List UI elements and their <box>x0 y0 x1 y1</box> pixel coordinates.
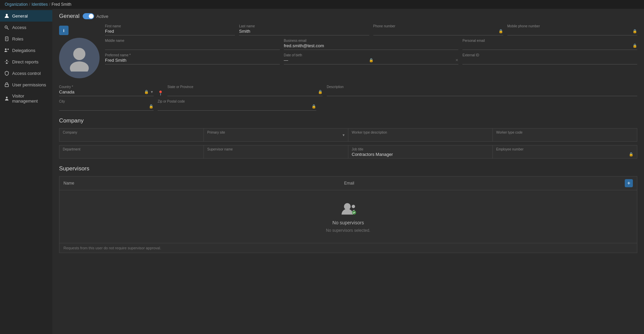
employee-number-label: Employee number <box>496 147 634 151</box>
preferred-name-input[interactable] <box>105 58 280 63</box>
sidebar-item-direct-reports[interactable]: Direct reports <box>0 56 52 67</box>
dob-clear-icon[interactable]: ✕ <box>455 58 458 62</box>
company-row-2: Department Supervisor name Job title Emp… <box>59 145 637 159</box>
sidebar-item-roles[interactable]: Roles <box>0 33 52 45</box>
worker-type-code-label: Worker type code <box>496 131 634 134</box>
supervisor-name-label: Supervisor name <box>207 147 345 151</box>
active-toggle[interactable] <box>83 13 94 19</box>
dob-label: Date of birth <box>284 53 459 57</box>
state-input[interactable] <box>167 89 318 94</box>
personal-email-label: Personal email <box>462 39 637 43</box>
middle-name-field: Middle name <box>105 39 280 50</box>
sidebar-label-roles: Roles <box>12 36 23 41</box>
city-input[interactable] <box>59 104 149 109</box>
sidebar: General Access Roles <box>0 9 52 334</box>
no-supervisors-title: No supervisors <box>332 220 364 225</box>
breadcrumb-identities[interactable]: Identities <box>31 2 48 7</box>
worker-type-desc-field: Worker type description <box>348 128 492 142</box>
city-lock-icon: 🔒 <box>149 104 154 109</box>
external-id-label: External ID <box>462 53 637 57</box>
svg-point-0 <box>6 14 8 16</box>
breadcrumb-current: Fred Smith <box>52 2 72 7</box>
fields-row-1: First name Last name Phone number <box>105 24 637 35</box>
fields-row-2: Middle name Business email Personal emai… <box>105 39 637 50</box>
mobile-lock-icon: 🔒 <box>633 29 637 33</box>
active-label: Active <box>96 14 108 19</box>
country-lock-icon: 🔒 <box>144 90 149 94</box>
department-input[interactable] <box>63 152 200 157</box>
supervisor-name-field: Supervisor name <box>204 145 348 159</box>
zip-input[interactable] <box>158 104 312 109</box>
general-title: General <box>59 13 79 20</box>
zip-label: Zip or Postal code <box>158 100 316 103</box>
svg-rect-2 <box>5 37 8 41</box>
sidebar-item-access[interactable]: Access <box>0 22 52 33</box>
personal-email-input[interactable] <box>462 43 633 48</box>
delegate-icon <box>4 48 9 53</box>
supervisor-name-input[interactable] <box>207 152 345 157</box>
breadcrumb-org[interactable]: Organization <box>5 2 28 7</box>
worker-type-desc-input[interactable] <box>352 135 489 140</box>
zip-lock-icon: 🔒 <box>312 104 316 109</box>
middle-name-input[interactable] <box>105 43 280 48</box>
last-name-input[interactable] <box>239 29 369 34</box>
sidebar-item-access-control[interactable]: Access control <box>0 67 52 79</box>
business-email-label: Business email <box>284 39 459 43</box>
dob-lock-icon: 🔒 <box>369 58 374 62</box>
employee-number-lock-icon: 🔒 <box>629 152 634 157</box>
last-name-label: Last name <box>239 24 369 28</box>
sidebar-item-visitor-management[interactable]: Visitor management <box>0 90 52 107</box>
description-input[interactable] <box>327 89 637 94</box>
department-field: Department <box>59 145 204 159</box>
info-button[interactable]: i <box>59 26 69 35</box>
primary-site-input[interactable] <box>207 135 345 140</box>
first-name-label: First name <box>105 24 235 28</box>
sidebar-item-general[interactable]: General <box>0 10 52 22</box>
fields-grid: First name Last name Phone number <box>105 24 637 78</box>
city-zip-row: City 🔒 Zip or Postal code 🔒 <box>59 100 637 111</box>
personal-email-field: Personal email 🔒 <box>462 39 637 50</box>
person-icon <box>4 13 9 19</box>
job-title-field: Job title <box>348 145 492 159</box>
external-id-input[interactable] <box>462 58 637 63</box>
key-icon <box>4 25 9 30</box>
shield-icon <box>4 71 9 76</box>
first-name-input[interactable] <box>105 29 235 34</box>
svg-point-7 <box>6 97 8 99</box>
description-spacer <box>320 100 637 111</box>
company-section: Company Company Primary site ▼ Worker ty… <box>59 117 637 159</box>
last-name-field: Last name <box>239 24 369 35</box>
phone-input[interactable] <box>373 29 499 34</box>
state-lock-icon: 🔒 <box>318 90 323 94</box>
mobile-field: Mobile phone number 🔒 <box>507 24 637 35</box>
mobile-input[interactable] <box>507 29 633 34</box>
sidebar-label-delegations: Delegations <box>12 48 35 53</box>
company-name-input[interactable] <box>63 135 200 140</box>
supervisors-table: Name Email + No supervisors No superviso… <box>59 176 637 253</box>
sidebar-item-user-permissions[interactable]: User permissions <box>0 79 52 90</box>
state-label: State or Province <box>167 85 323 89</box>
employee-number-input[interactable] <box>496 152 629 157</box>
business-email-input[interactable] <box>284 43 459 48</box>
main-content: General Active i <box>52 9 644 334</box>
svg-rect-6 <box>5 84 8 87</box>
job-title-input[interactable] <box>352 152 489 157</box>
preferred-name-field: Preferred name * <box>105 53 280 64</box>
employee-number-field: Employee number 🔒 <box>492 145 637 159</box>
country-dropdown-icon[interactable]: ▼ <box>150 90 154 94</box>
zip-field: Zip or Postal code 🔒 <box>158 100 316 111</box>
primary-site-field: Primary site ▼ <box>204 128 348 142</box>
primary-site-dropdown-icon[interactable]: ▼ <box>342 133 345 137</box>
supervisors-section: Supervisors Name Email + N <box>59 165 637 253</box>
department-label: Department <box>63 147 200 151</box>
external-id-field: External ID <box>462 53 637 64</box>
sidebar-item-delegations[interactable]: Delegations <box>0 45 52 56</box>
worker-type-code-input[interactable] <box>496 135 634 140</box>
state-field: State or Province 🔒 <box>167 85 323 96</box>
company-rows: Company Primary site ▼ Worker type descr… <box>59 128 637 159</box>
first-name-field: First name <box>105 24 235 35</box>
sidebar-label-general: General <box>12 13 28 19</box>
address-row: Country * Canada 🔒 ▼ 📍 State or Province… <box>59 85 637 96</box>
sidebar-label-user-permissions: User permissions <box>12 82 46 87</box>
add-supervisor-button[interactable]: + <box>625 179 633 187</box>
